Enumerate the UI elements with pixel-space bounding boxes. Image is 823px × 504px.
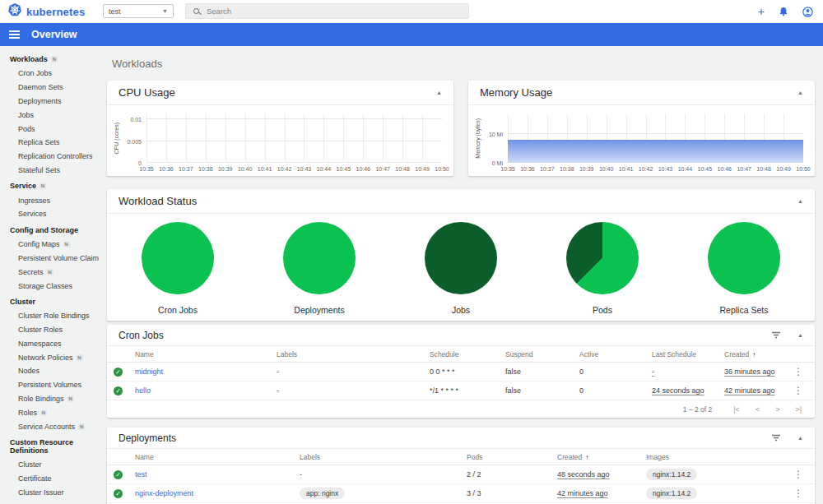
- sidebar-item-label: Persistent Volume Claims: [18, 254, 99, 262]
- sidebar-section-service[interactable]: ServiceN: [0, 178, 99, 193]
- sidebar-section-config-and-storage[interactable]: Config and Storage: [0, 223, 99, 238]
- column-header-schedule[interactable]: Schedule: [430, 350, 505, 358]
- sidebar-item-cluster-roles[interactable]: Cluster Roles: [0, 323, 99, 337]
- collapse-arrow-icon[interactable]: ▲: [797, 332, 803, 338]
- cell-labels: -: [277, 368, 430, 376]
- memory-usage-card: Memory Usage ▲ Memory (bytes) 0 Mi10 Mi …: [468, 81, 815, 176]
- workload-status-pies: Cron JobsDeploymentsJobsPodsReplica Sets: [107, 214, 815, 321]
- x-axis-tick-label: 10:47: [375, 166, 390, 172]
- kubernetes-dashboard-app: kubernetes test ▼ +: [0, 0, 823, 504]
- pie-chart: [283, 222, 356, 294]
- row-menu-kebab-icon[interactable]: ⋮: [788, 366, 808, 377]
- status-ok-icon: ✓: [114, 489, 123, 498]
- namespaced-badge: N: [47, 269, 53, 275]
- notifications-bell-icon[interactable]: [779, 7, 788, 16]
- column-header-suspend[interactable]: Suspend: [505, 350, 579, 358]
- column-header-last-schedule[interactable]: Last Schedule: [652, 350, 724, 358]
- cell-created: 42 minutes ago: [724, 386, 788, 395]
- search-input[interactable]: [207, 7, 461, 16]
- sidebar-item-label: Cron Jobs: [18, 69, 52, 77]
- x-axis-tick-label: 10:41: [258, 166, 272, 172]
- column-header-name[interactable]: Name: [135, 453, 300, 461]
- sidebar-item-replication-controllers[interactable]: Replication Controllers: [0, 150, 99, 164]
- cron-jobs-card: Cron Jobs ▲ NameLabelsScheduleSuspendAct…: [107, 325, 815, 418]
- collapse-arrow-icon[interactable]: ▲: [436, 90, 442, 95]
- sidebar-item-cluster[interactable]: Cluster: [0, 458, 99, 472]
- sidebar-item-label: Services: [18, 210, 47, 218]
- cell-created: 48 seconds ago: [557, 470, 646, 479]
- sidebar-item-daemon-sets[interactable]: Daemon Sets: [0, 81, 99, 95]
- cron-jobs-title: Cron Jobs: [119, 330, 164, 341]
- sidebar-item-cluster-role-bindings[interactable]: Cluster Role Bindings: [0, 309, 99, 323]
- resource-name-link[interactable]: midnight: [135, 368, 277, 376]
- sidebar-section-custom-resource-definitions[interactable]: Custom Resource Definitions: [0, 435, 99, 458]
- column-header-name[interactable]: Name: [135, 350, 277, 358]
- brand-wordmark: kubernetes: [26, 6, 85, 18]
- collapse-arrow-icon[interactable]: ▲: [797, 90, 803, 95]
- sidebar-item-ingresses[interactable]: Ingresses: [0, 193, 99, 207]
- column-header-active[interactable]: Active: [579, 350, 652, 358]
- collapse-arrow-icon[interactable]: ▲: [797, 198, 803, 204]
- filter-icon[interactable]: [771, 331, 781, 339]
- sidebar-item-label: Cluster: [18, 460, 42, 469]
- usage-charts-row: CPU Usage ▲ CPU (cores) 00.0050.01 10:35…: [107, 81, 815, 176]
- topbar: kubernetes test ▼ +: [0, 0, 823, 23]
- sidebar-item-persistent-volumes[interactable]: Persistent Volumes: [0, 378, 99, 392]
- gridline: [422, 113, 423, 163]
- menu-hamburger-icon[interactable]: [9, 30, 20, 39]
- namespace-selector[interactable]: test ▼: [103, 4, 174, 18]
- sidebar-section-cluster[interactable]: Cluster: [0, 294, 99, 309]
- deployments-table: NameLabelsPodsCreated↑Images✓test-2 / 24…: [107, 449, 815, 503]
- app-header-title: Overview: [31, 29, 77, 40]
- first-page-icon[interactable]: |<: [733, 405, 740, 414]
- row-menu-kebab-icon[interactable]: ⋮: [788, 469, 808, 480]
- row-menu-kebab-icon[interactable]: ⋮: [788, 385, 808, 396]
- sidebar-item-namespaces[interactable]: Namespaces: [0, 337, 99, 351]
- last-page-icon[interactable]: >|: [795, 405, 802, 414]
- sidebar-item-service-accounts[interactable]: Service AccountsN: [0, 419, 99, 433]
- sidebar-item-stateful-sets[interactable]: Stateful Sets: [0, 163, 99, 177]
- resource-name-link[interactable]: test: [135, 470, 300, 479]
- previous-page-icon[interactable]: <: [756, 405, 760, 414]
- column-header-created[interactable]: Created↑: [557, 453, 646, 461]
- sidebar-item-nodes[interactable]: Nodes: [0, 364, 99, 378]
- sidebar-item-role-bindings[interactable]: Role BindingsN: [0, 392, 99, 406]
- resource-name-link[interactable]: nginx-deployment: [135, 489, 300, 497]
- collapse-arrow-icon[interactable]: ▲: [797, 435, 803, 441]
- column-header-images[interactable]: Images: [646, 453, 788, 461]
- column-header-pods[interactable]: Pods: [467, 453, 557, 461]
- sidebar-item-config-maps[interactable]: Config MapsN: [0, 238, 99, 252]
- kubernetes-brand[interactable]: kubernetes: [0, 3, 85, 20]
- gridline: [363, 113, 364, 163]
- sidebar-item-roles[interactable]: RolesN: [0, 405, 99, 419]
- next-page-icon[interactable]: >: [775, 405, 779, 414]
- sidebar-item-services[interactable]: Services: [0, 207, 99, 221]
- create-resource-plus-icon[interactable]: +: [758, 6, 765, 17]
- filter-icon[interactable]: [771, 434, 781, 442]
- sidebar-item-persistent-volume-claims[interactable]: Persistent Volume ClaimsN: [0, 252, 99, 266]
- column-header-created[interactable]: Created↑: [724, 350, 788, 358]
- namespace-value: test: [109, 7, 121, 16]
- sidebar-item-storage-classes[interactable]: Storage Classes: [0, 279, 99, 293]
- x-axis-tick-label: 10:49: [415, 166, 430, 172]
- y-axis-tick-label: 0: [138, 160, 142, 166]
- gridline: [245, 113, 246, 163]
- sidebar-item-secrets[interactable]: SecretsN: [0, 265, 99, 279]
- sidebar-item-certificate[interactable]: Certificate: [0, 472, 99, 486]
- resource-name-link[interactable]: hello: [135, 386, 277, 395]
- sidebar-item-pods[interactable]: Pods: [0, 122, 99, 136]
- sidebar-item-replica-sets[interactable]: Replica Sets: [0, 136, 99, 150]
- user-account-icon[interactable]: [802, 7, 813, 17]
- sidebar-item-label: Cluster Roles: [18, 326, 63, 334]
- sidebar-item-cron-jobs[interactable]: Cron Jobs: [0, 67, 99, 81]
- sidebar-item-network-policies[interactable]: Network PoliciesN: [0, 350, 99, 364]
- row-menu-kebab-icon[interactable]: ⋮: [788, 488, 808, 499]
- sidebar-section-workloads[interactable]: WorkloadsN: [0, 52, 99, 67]
- column-header-labels[interactable]: Labels: [277, 350, 430, 358]
- column-header-labels[interactable]: Labels: [300, 453, 467, 461]
- x-axis-tick-label: 10:40: [599, 166, 614, 172]
- sidebar-item-cluster-issuer[interactable]: Cluster Issuer: [0, 486, 99, 500]
- sidebar-item-jobs[interactable]: Jobs: [0, 108, 99, 122]
- sidebar-item-deployments[interactable]: Deployments: [0, 95, 99, 109]
- workload-status-card: Workload Status ▲ Cron JobsDeploymentsJo…: [107, 189, 815, 321]
